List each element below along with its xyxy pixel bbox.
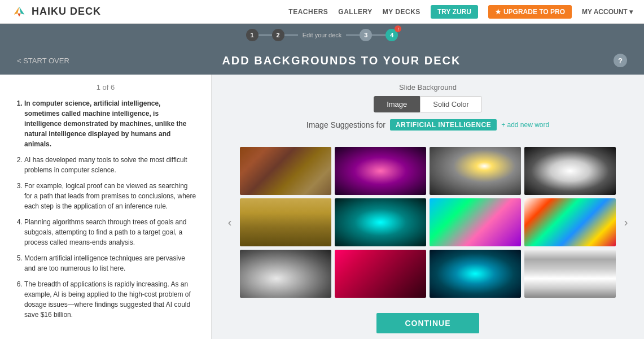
- step-3[interactable]: 3: [360, 29, 372, 41]
- slide-point-3: For example, logical proof can be viewed…: [24, 181, 197, 211]
- image-thumb-6[interactable]: [430, 198, 521, 246]
- image-thumb-8[interactable]: [240, 250, 331, 298]
- steps-bar: 1 2 Edit your deck 3 4 !: [0, 24, 644, 46]
- image-thumb-11[interactable]: [524, 250, 616, 298]
- slide-point-6: The breadth of applications is rapidly i…: [24, 279, 197, 320]
- nav-gallery[interactable]: GALLERY: [338, 8, 372, 16]
- step-line-1: [259, 34, 272, 36]
- slide-point-4: Planning algorithms search through trees…: [24, 217, 197, 247]
- next-arrow[interactable]: ›: [619, 216, 633, 229]
- logo-bird-icon: [11, 4, 27, 20]
- step-2[interactable]: 2: [272, 29, 284, 41]
- prev-arrow[interactable]: ‹: [223, 216, 236, 229]
- slide-point-2: AI has developed many tools to solve the…: [24, 155, 197, 175]
- slide-background-label: Slide Background: [223, 83, 633, 92]
- slide-point-5: Modern artificial intelligence technique…: [24, 253, 197, 273]
- image-thumb-3[interactable]: [524, 147, 616, 195]
- star-icon: ★: [495, 8, 501, 16]
- svg-marker-0: [14, 6, 19, 14]
- logo-text: HAIKU DECK: [32, 6, 101, 18]
- step-line-2: [284, 34, 298, 36]
- continue-row: CONTINUE: [223, 313, 633, 333]
- step-line-4: [372, 34, 385, 36]
- continue-button[interactable]: CONTINUE: [376, 313, 479, 333]
- suggestions-label: Image Suggestions for: [306, 120, 385, 129]
- image-grid: [240, 147, 616, 298]
- image-thumb-0[interactable]: [240, 147, 331, 195]
- suggestions-header: Image Suggestions for ARTIFICIAL INTELLI…: [223, 119, 633, 131]
- start-over-button[interactable]: < START OVER: [17, 56, 69, 65]
- two-panel-layout: 1 of 6 In computer science, artificial i…: [0, 75, 644, 339]
- image-thumb-2[interactable]: [430, 147, 521, 195]
- background-tabs: Image Solid Color: [223, 96, 633, 112]
- step-line-3: [346, 34, 360, 36]
- page-header: < START OVER ADD BACKGROUNDS TO YOUR DEC…: [0, 46, 644, 75]
- slide-counter: 1 of 6: [14, 83, 197, 92]
- image-thumb-5[interactable]: [335, 198, 426, 246]
- step-4-badge: !: [395, 25, 401, 32]
- image-thumb-9[interactable]: [335, 250, 426, 298]
- image-thumb-4[interactable]: [240, 198, 331, 246]
- slide-point-1: In computer science, artificial intellig…: [24, 98, 197, 149]
- image-thumb-7[interactable]: [524, 198, 616, 246]
- upgrade-to-pro-button[interactable]: ★ UPGRADE TO PRO: [488, 5, 572, 19]
- try-zuru-button[interactable]: TRY ZURU: [431, 5, 478, 19]
- svg-marker-2: [17, 13, 21, 16]
- keyword-badge[interactable]: ARTIFICIAL INTELLIGENCE: [390, 119, 497, 131]
- left-panel: 1 of 6 In computer science, artificial i…: [0, 75, 212, 339]
- nav-links: TEACHERS GALLERY MY DECKS TRY ZURU ★ UPG…: [288, 5, 633, 19]
- my-account-menu[interactable]: MY ACCOUNT ▾: [582, 8, 633, 16]
- right-panel: Slide Background Image Solid Color Image…: [212, 75, 644, 339]
- tab-image[interactable]: Image: [374, 96, 420, 112]
- main-content: < START OVER ADD BACKGROUNDS TO YOUR DEC…: [0, 46, 644, 339]
- image-grid-container: ‹ ›: [223, 137, 633, 307]
- slide-content: In computer science, artificial intellig…: [14, 98, 197, 320]
- nav-teachers[interactable]: TEACHERS: [288, 8, 328, 16]
- add-new-word-link[interactable]: + add new word: [501, 121, 549, 129]
- tab-solid-color[interactable]: Solid Color: [420, 96, 482, 112]
- svg-marker-1: [19, 6, 24, 14]
- page-title: ADD BACKGROUNDS TO YOUR DECK: [222, 54, 461, 67]
- step-4-wrapper: 4 !: [385, 29, 398, 41]
- top-navigation: HAIKU DECK TEACHERS GALLERY MY DECKS TRY…: [0, 0, 644, 24]
- step-1[interactable]: 1: [246, 29, 259, 41]
- logo[interactable]: HAIKU DECK: [11, 4, 101, 20]
- edit-deck-label: Edit your deck: [303, 32, 342, 38]
- image-thumb-10[interactable]: [430, 250, 521, 298]
- help-icon[interactable]: ?: [614, 54, 627, 67]
- image-thumb-1[interactable]: [335, 147, 426, 195]
- nav-my-decks[interactable]: MY DECKS: [383, 8, 420, 16]
